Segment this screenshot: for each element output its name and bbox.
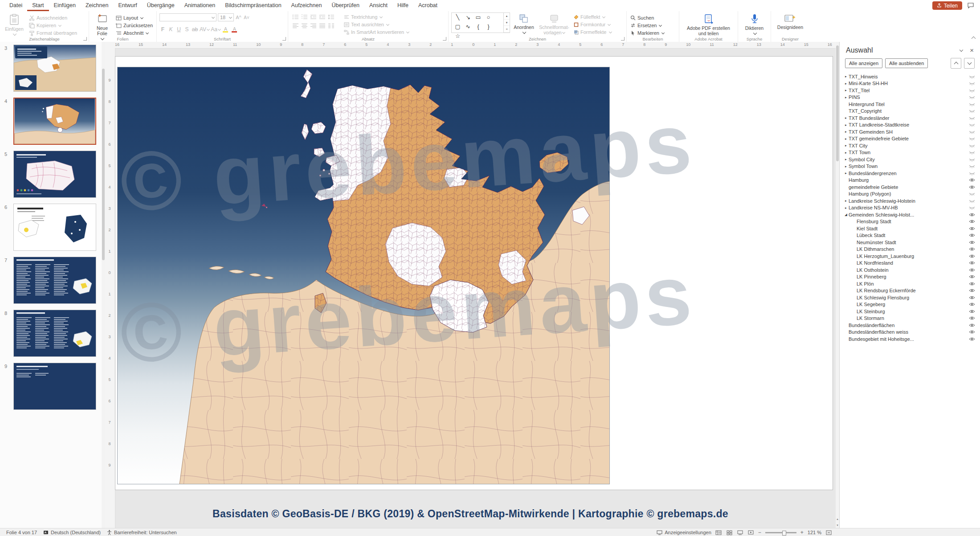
paragraph-dialog-launcher[interactable] — [443, 37, 446, 41]
eye-hidden-icon[interactable] — [968, 171, 976, 176]
layer-row-32[interactable]: LK Schleswig Flensburg — [840, 294, 980, 301]
eye-hidden-icon[interactable] — [968, 136, 976, 141]
slide-thumbnail-7[interactable] — [13, 257, 96, 304]
layer-row-37[interactable]: Bundesländerflächen weiss — [840, 329, 980, 336]
slide-thumbnail-3[interactable] — [13, 45, 96, 92]
layer-row-15[interactable]: Hamburg — [840, 177, 980, 184]
align-center-icon[interactable] — [300, 22, 309, 29]
eye-hidden-icon[interactable] — [968, 157, 976, 162]
layer-row-24[interactable]: Neumünster Stadt — [840, 239, 980, 246]
zoom-slider[interactable] — [765, 532, 796, 533]
replace-button[interactable]: Ersetzen — [629, 22, 665, 29]
increase-indent-icon[interactable] — [318, 13, 327, 20]
tab-einfügen[interactable]: Einfügen — [49, 0, 81, 11]
layer-row-6[interactable]: ▸TXT Bundesländer — [840, 115, 980, 122]
font-size-select[interactable]: 18 — [218, 13, 234, 21]
fit-to-window-button[interactable] — [825, 530, 832, 535]
eye-hidden-icon[interactable] — [968, 102, 976, 106]
text-direction-button[interactable]: Textrichtung — [343, 13, 410, 20]
zoom-out-button[interactable]: − — [758, 529, 761, 536]
grow-font-button[interactable]: A^ — [235, 14, 242, 21]
expand-arrow-icon[interactable]: ▸ — [843, 137, 849, 141]
drawing-dialog-launcher[interactable] — [621, 37, 625, 41]
layer-row-33[interactable]: LK Segeberg — [840, 301, 980, 308]
tab-acrobat[interactable]: Acrobat — [413, 0, 442, 11]
expand-arrow-icon[interactable]: ▸ — [843, 82, 849, 86]
columns-icon[interactable] — [327, 22, 335, 29]
layer-row-9[interactable]: ▸TXT gemeindefreie Gebiete — [840, 135, 980, 143]
reading-view-button[interactable] — [737, 530, 743, 535]
eye-hidden-icon[interactable] — [968, 109, 976, 113]
hide-all-button[interactable]: Alle ausblenden — [885, 58, 928, 68]
layer-row-29[interactable]: LK Pinneberg — [840, 274, 980, 281]
tab-zeichnen[interactable]: Zeichnen — [81, 0, 113, 11]
slide[interactable]: © grebemaps © grebemaps — [115, 56, 833, 490]
decrease-indent-icon[interactable] — [309, 13, 318, 20]
canvas-scrollbar[interactable]: ▴ ▾ — [836, 42, 839, 528]
design-ideas-button[interactable]: Designideen — [775, 12, 806, 30]
pane-menu-chevron-icon[interactable] — [960, 48, 963, 52]
layer-row-11[interactable]: ▸TXT Town — [840, 149, 980, 156]
layer-row-8[interactable]: ▸TXT Gemeinden SH — [840, 128, 980, 135]
expand-arrow-icon[interactable]: ▸ — [843, 74, 849, 78]
eye-visible-icon[interactable] — [968, 268, 976, 272]
layer-row-14[interactable]: ▸Bundesländergrenzen — [840, 170, 980, 177]
close-pane-button[interactable]: × — [970, 47, 974, 53]
shape-arrow-icon[interactable]: ↘ — [463, 13, 473, 22]
move-up-button[interactable] — [951, 58, 961, 69]
expand-arrow-icon[interactable]: ▸ — [843, 199, 849, 203]
layer-row-13[interactable]: ▸Symbol Town — [840, 163, 980, 170]
next-slide-button[interactable]: ▾ — [836, 523, 839, 528]
eye-visible-icon[interactable] — [968, 185, 976, 189]
slide-counter[interactable]: Folie 4 von 17 — [6, 530, 37, 535]
font-style-button-u[interactable]: U — [176, 26, 182, 33]
zoom-slider-thumb[interactable] — [782, 531, 786, 536]
layer-row-12[interactable]: ▸Symbol City — [840, 156, 980, 163]
eye-visible-icon[interactable] — [968, 295, 976, 300]
layer-row-21[interactable]: Flensburg Stadt — [840, 218, 980, 225]
eye-hidden-icon[interactable] — [968, 81, 976, 86]
layer-row-18[interactable]: ▸Landkreise Schleswig-Holstein — [840, 197, 980, 205]
layer-row-28[interactable]: LK Ostholstein — [840, 266, 980, 274]
eye-visible-icon[interactable] — [968, 233, 976, 237]
map-graphic[interactable] — [117, 67, 610, 484]
shape-curve-icon[interactable]: ∿ — [463, 22, 473, 32]
layer-row-27[interactable]: LK Nordfriesland — [840, 260, 980, 267]
eye-visible-icon[interactable] — [968, 178, 976, 182]
expand-arrow-icon[interactable]: ▸ — [843, 171, 849, 175]
collapse-arrow-icon[interactable]: ◢ — [843, 213, 849, 217]
zoom-level[interactable]: 121 % — [808, 530, 821, 535]
layer-row-16[interactable]: gemeindefreie Gebiete — [840, 184, 980, 191]
eye-visible-icon[interactable] — [968, 288, 976, 293]
tab-ansicht[interactable]: Ansicht — [364, 0, 392, 11]
gallery-down-button[interactable]: ▾ — [504, 20, 510, 26]
font-color-button[interactable]: A — [231, 27, 238, 33]
select-button[interactable]: Markieren — [629, 29, 665, 37]
expand-arrow-icon[interactable]: ▸ — [843, 206, 849, 210]
slide-thumbnail-5[interactable] — [13, 151, 96, 198]
arrange-button[interactable]: Anordnen — [512, 12, 535, 34]
highlight-color-button[interactable]: A — [222, 27, 229, 33]
font-name-select[interactable] — [159, 13, 216, 21]
find-button[interactable]: Suchen — [629, 14, 665, 21]
shape-fill-button[interactable]: Fülleffekt — [573, 13, 612, 20]
quick-styles-button[interactable]: Schnellformat-vorlagen — [538, 12, 571, 35]
comments-button[interactable] — [967, 2, 975, 10]
layer-row-31[interactable]: LK Rendsburg Eckernförde — [840, 287, 980, 295]
tab-datei[interactable]: Datei — [4, 0, 27, 11]
align-right-icon[interactable] — [309, 22, 318, 29]
copy-button[interactable]: Kopieren — [28, 22, 78, 29]
slide-thumbnail-8[interactable] — [13, 310, 96, 357]
slide-thumbnail-9[interactable] — [13, 363, 96, 410]
layer-row-26[interactable]: LK Herzogtum_Lauenburg — [840, 253, 980, 260]
shape-brace-right-icon[interactable]: } — [483, 22, 494, 32]
layer-row-35[interactable]: LK Stormarn — [840, 315, 980, 322]
move-down-button[interactable] — [964, 58, 975, 69]
shape-oval-icon[interactable]: ○ — [483, 13, 494, 22]
tab-hilfe[interactable]: Hilfe — [392, 0, 413, 11]
layer-row-5[interactable]: TXT_Copyright — [840, 108, 980, 115]
eye-visible-icon[interactable] — [968, 323, 976, 327]
slide-sorter-view-button[interactable] — [726, 530, 733, 535]
expand-arrow-icon[interactable]: ▸ — [843, 157, 849, 161]
eye-visible-icon[interactable] — [968, 302, 976, 307]
